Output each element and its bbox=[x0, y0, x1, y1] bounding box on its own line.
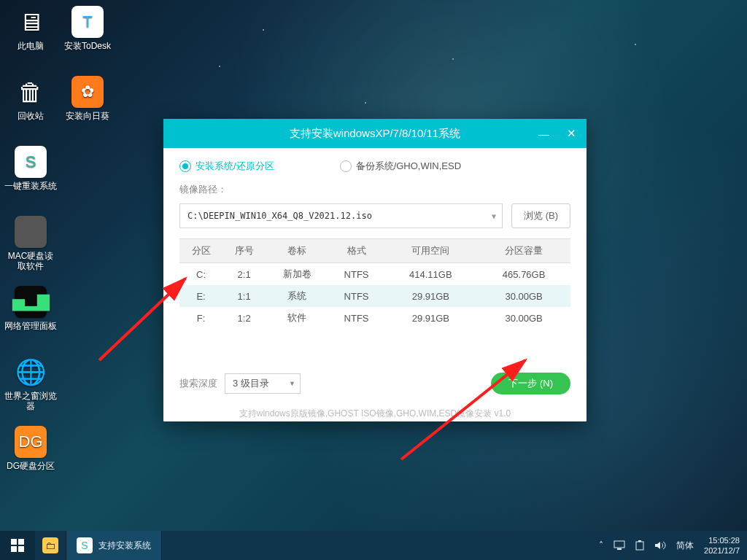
desktop-icon[interactable]: T安装ToDesk bbox=[60, 6, 115, 51]
svg-rect-2 bbox=[614, 541, 624, 548]
table-cell: C: bbox=[179, 263, 222, 286]
desktop-icon[interactable]: 🌐世界之窗浏览 器 bbox=[3, 356, 58, 411]
installer-window: 支持安装windowsXP/7/8/10/11系统 — ✕ 安装系统/还原分区 … bbox=[163, 119, 587, 421]
app-icon: 🗑 bbox=[15, 76, 47, 108]
app-icon: 🖥 bbox=[15, 6, 47, 38]
next-button[interactable]: 下一步 (N) bbox=[491, 373, 570, 394]
radio-dot-icon bbox=[179, 160, 191, 172]
table-cell: 1:1 bbox=[222, 285, 266, 307]
desktop-icon-label: 此电脑 bbox=[3, 41, 58, 51]
app-icon: S bbox=[15, 146, 47, 178]
desktop-icon-label: 安装ToDesk bbox=[60, 41, 115, 51]
volume-icon[interactable] bbox=[654, 540, 666, 551]
table-cell: 新加卷 bbox=[266, 263, 329, 286]
table-cell: 465.76GB bbox=[477, 263, 570, 286]
desktop-icon-label: 安装向日葵 bbox=[60, 111, 115, 121]
app-icon: 🌐 bbox=[15, 356, 47, 388]
table-header: 格式 bbox=[329, 239, 384, 263]
desktop-icon-label: 一键重装系统 bbox=[3, 181, 58, 191]
table-header: 分区 bbox=[179, 239, 222, 263]
table-cell: 30.00GB bbox=[477, 307, 570, 329]
mode-backup-radio[interactable]: 备份系统/GHO,WIN,ESD bbox=[340, 160, 461, 173]
partition-table: 分区序号卷标格式可用空间分区容量 C:2:1新加卷NTFS414.11GB465… bbox=[179, 238, 570, 329]
system-tray: ˄ 简体 15:05:28 2021/12/7 bbox=[592, 535, 747, 556]
desktop-icon[interactable]: S一键重装系统 bbox=[3, 146, 58, 191]
chevron-down-icon: ▼ bbox=[289, 380, 295, 387]
app-icon: DG bbox=[15, 426, 47, 458]
table-cell: NTFS bbox=[329, 263, 384, 286]
table-cell: NTFS bbox=[329, 307, 384, 329]
desktop-icon-label: MAC硬盘读 取软件 bbox=[3, 251, 58, 271]
tray-chevron-up-icon[interactable]: ˄ bbox=[599, 540, 603, 551]
desktop-icon[interactable]: ✿安装向日葵 bbox=[60, 76, 115, 121]
table-cell: 30.00GB bbox=[477, 285, 570, 307]
table-header: 序号 bbox=[222, 239, 266, 263]
minimize-button[interactable]: — bbox=[534, 125, 554, 143]
table-header: 卷标 bbox=[266, 239, 329, 263]
table-cell: 29.91GB bbox=[384, 285, 477, 307]
table-cell: NTFS bbox=[329, 285, 384, 307]
desktop-icon[interactable]: 🖥此电脑 bbox=[3, 6, 58, 51]
taskbar-app-label: 支持安装系统 bbox=[98, 540, 151, 552]
chevron-down-icon: ▼ bbox=[492, 204, 496, 228]
folder-icon: 🗀 bbox=[42, 537, 58, 553]
desktop-icon-label: 世界之窗浏览 器 bbox=[3, 391, 58, 411]
table-cell: 系统 bbox=[266, 285, 329, 307]
close-button[interactable]: ✕ bbox=[562, 124, 581, 143]
desktop-icon[interactable]: DGDG硬盘分区 bbox=[3, 426, 58, 471]
app-icon: ✿ bbox=[71, 76, 104, 108]
table-row[interactable]: E:1:1系统NTFS29.91GB30.00GB bbox=[179, 285, 570, 307]
battery-icon[interactable] bbox=[635, 540, 644, 551]
table-header: 分区容量 bbox=[477, 239, 570, 263]
table-cell: 2:1 bbox=[222, 263, 266, 286]
window-footer: 支持windows原版镜像,GHOST ISO镜像,GHO,WIM,ESD镜像安… bbox=[179, 408, 570, 420]
desktop-icon-label: 回收站 bbox=[3, 111, 58, 121]
desktop-icon-label: DG硬盘分区 bbox=[3, 461, 58, 471]
window-title: 支持安装windowsXP/7/8/10/11系统 bbox=[290, 127, 460, 141]
svg-rect-3 bbox=[617, 548, 622, 550]
table-header: 可用空间 bbox=[384, 239, 477, 263]
path-label: 镜像路径： bbox=[179, 183, 570, 196]
search-depth-select[interactable]: 3 级目录 ▼ bbox=[225, 373, 301, 394]
image-path-combo[interactable]: C:\DEEPIN_WIN10_X64_Q8_V2021.12.iso ▼ bbox=[179, 203, 503, 228]
desktop: 🖥此电脑🗑回收站S一键重装系统MAC硬盘读 取软件▅▂▇网络管理面板🌐世界之窗浏… bbox=[0, 0, 747, 560]
taskbar-app-installer[interactable]: S 支持安装系统 bbox=[66, 531, 162, 560]
browse-button[interactable]: 浏览 (B) bbox=[511, 203, 570, 228]
mode-install-radio[interactable]: 安装系统/还原分区 bbox=[179, 160, 274, 173]
titlebar: 支持安装windowsXP/7/8/10/11系统 — ✕ bbox=[163, 119, 587, 148]
app-icon bbox=[15, 216, 47, 248]
windows-logo-icon bbox=[11, 539, 24, 552]
taskbar-explorer[interactable]: 🗀 bbox=[35, 531, 66, 560]
svg-rect-5 bbox=[638, 540, 641, 542]
start-button[interactable] bbox=[0, 531, 35, 560]
table-cell: 414.11GB bbox=[384, 263, 477, 286]
ime-indicator[interactable]: 简体 bbox=[676, 540, 694, 552]
installer-icon: S bbox=[77, 537, 93, 553]
table-cell: E: bbox=[179, 285, 222, 307]
radio-dot-icon bbox=[340, 160, 352, 172]
monitor-icon[interactable] bbox=[614, 540, 625, 551]
mode-install-label: 安装系统/还原分区 bbox=[196, 160, 274, 173]
desktop-icon[interactable]: MAC硬盘读 取软件 bbox=[3, 216, 58, 271]
table-cell: F: bbox=[179, 307, 222, 329]
desktop-icon[interactable]: 🗑回收站 bbox=[3, 76, 58, 121]
table-cell: 软件 bbox=[266, 307, 329, 329]
table-cell: 1:2 bbox=[222, 307, 266, 329]
app-icon: T bbox=[71, 6, 104, 38]
table-row[interactable]: F:1:2软件NTFS29.91GB30.00GB bbox=[179, 307, 570, 329]
desktop-icon[interactable]: ▅▂▇网络管理面板 bbox=[3, 286, 58, 331]
desktop-icon-label: 网络管理面板 bbox=[3, 321, 58, 331]
image-path-value: C:\DEEPIN_WIN10_X64_Q8_V2021.12.iso bbox=[187, 211, 372, 221]
tray-clock[interactable]: 15:05:28 2021/12/7 bbox=[704, 535, 740, 556]
app-icon: ▅▂▇ bbox=[15, 286, 47, 318]
table-cell: 29.91GB bbox=[384, 307, 477, 329]
search-depth-label: 搜索深度 bbox=[179, 377, 217, 390]
svg-rect-4 bbox=[636, 542, 643, 550]
table-row[interactable]: C:2:1新加卷NTFS414.11GB465.76GB bbox=[179, 263, 570, 286]
mode-backup-label: 备份系统/GHO,WIN,ESD bbox=[356, 160, 461, 173]
taskbar: 🗀 S 支持安装系统 ˄ 简体 15:05:28 2021/12/7 bbox=[0, 531, 747, 560]
